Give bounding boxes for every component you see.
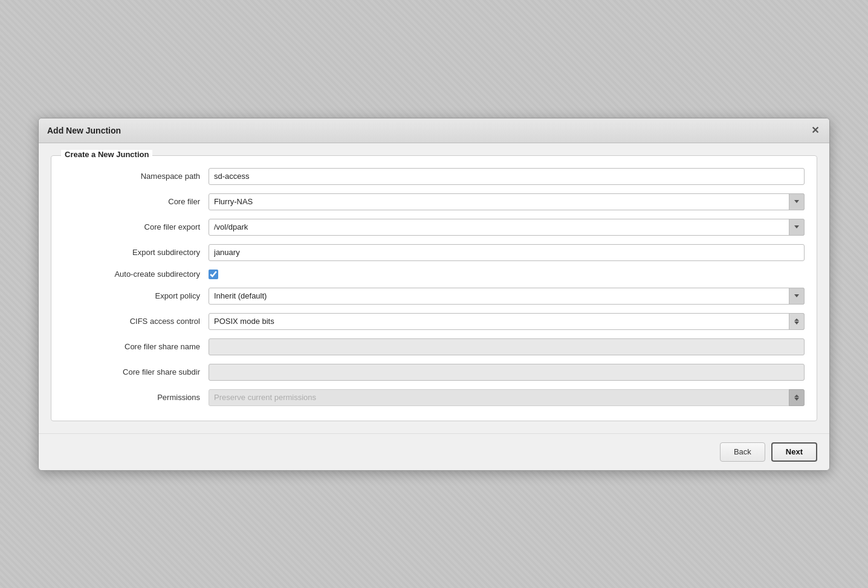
export-subdirectory-row: Export subdirectory (63, 244, 805, 261)
dialog-footer: Back Next (39, 433, 829, 470)
back-button[interactable]: Back (720, 442, 765, 462)
core-filer-share-name-control (209, 338, 805, 355)
dialog-body: Create a New Junction Namespace path Cor… (39, 143, 829, 433)
auto-create-subdirectory-label: Auto-create subdirectory (63, 270, 209, 279)
form-section: Create a New Junction Namespace path Cor… (51, 155, 817, 421)
namespace-path-row: Namespace path (63, 168, 805, 185)
export-subdirectory-control (209, 244, 805, 261)
auto-create-subdirectory-checkbox[interactable] (209, 270, 218, 279)
core-filer-share-subdir-input[interactable] (209, 364, 805, 381)
core-filer-share-name-label: Core filer share name (63, 342, 209, 351)
auto-create-subdirectory-row: Auto-create subdirectory (63, 270, 805, 279)
cifs-access-control-control: POSIX mode bits (209, 313, 805, 330)
next-button[interactable]: Next (771, 442, 817, 462)
permissions-select-wrapper: Preserve current permissions (209, 389, 805, 406)
core-filer-export-select-wrapper: /vol/dpark (209, 219, 805, 236)
core-filer-select-wrapper: Flurry-NAS (209, 193, 805, 210)
auto-create-subdirectory-control (209, 270, 805, 279)
cifs-access-control-row: CIFS access control POSIX mode bits (63, 313, 805, 330)
cifs-select-wrapper: POSIX mode bits (209, 313, 805, 330)
section-label: Create a New Junction (61, 150, 152, 159)
namespace-path-control (209, 168, 805, 185)
namespace-path-label: Namespace path (63, 172, 209, 181)
dialog-titlebar: Add New Junction ✕ (39, 118, 829, 143)
export-policy-label: Export policy (63, 291, 209, 300)
checkbox-wrapper (209, 270, 805, 279)
core-filer-control: Flurry-NAS (209, 193, 805, 210)
cifs-access-control-label: CIFS access control (63, 317, 209, 326)
permissions-row: Permissions Preserve current permissions (63, 389, 805, 406)
core-filer-share-name-input[interactable] (209, 338, 805, 355)
export-policy-select-wrapper: Inherit (default) (209, 288, 805, 305)
dialog: Add New Junction ✕ Create a New Junction… (38, 118, 830, 471)
core-filer-share-subdir-row: Core filer share subdir (63, 364, 805, 381)
dialog-title: Add New Junction (47, 126, 121, 135)
permissions-control: Preserve current permissions (209, 389, 805, 406)
export-policy-select[interactable]: Inherit (default) (209, 288, 805, 305)
core-filer-row: Core filer Flurry-NAS (63, 193, 805, 210)
namespace-path-input[interactable] (209, 168, 805, 185)
core-filer-share-name-row: Core filer share name (63, 338, 805, 355)
core-filer-share-subdir-control (209, 364, 805, 381)
export-policy-row: Export policy Inherit (default) (63, 288, 805, 305)
export-subdirectory-input[interactable] (209, 244, 805, 261)
core-filer-label: Core filer (63, 197, 209, 206)
export-policy-control: Inherit (default) (209, 288, 805, 305)
export-subdirectory-label: Export subdirectory (63, 248, 209, 257)
close-button[interactable]: ✕ (809, 124, 821, 137)
permissions-select[interactable]: Preserve current permissions (209, 389, 805, 406)
core-filer-share-subdir-label: Core filer share subdir (63, 367, 209, 376)
core-filer-export-control: /vol/dpark (209, 219, 805, 236)
core-filer-export-row: Core filer export /vol/dpark (63, 219, 805, 236)
core-filer-export-select[interactable]: /vol/dpark (209, 219, 805, 236)
core-filer-select[interactable]: Flurry-NAS (209, 193, 805, 210)
cifs-access-control-select[interactable]: POSIX mode bits (209, 313, 805, 330)
permissions-label: Permissions (63, 393, 209, 402)
core-filer-export-label: Core filer export (63, 222, 209, 231)
